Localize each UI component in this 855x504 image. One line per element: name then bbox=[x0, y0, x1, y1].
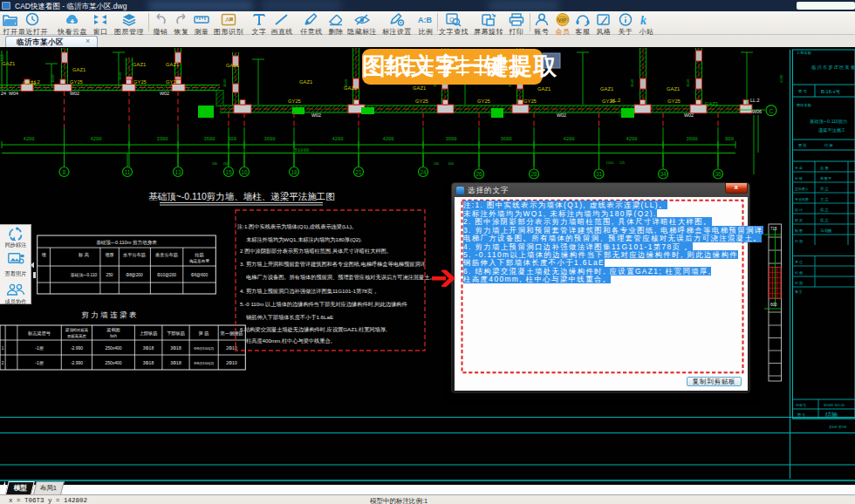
svg-text:3Φ18: 3Φ18 bbox=[170, 360, 181, 365]
svg-text:图 号: 图 号 bbox=[797, 412, 805, 417]
svg-text:18: 18 bbox=[291, 169, 298, 175]
svg-text:LL2: LL2 bbox=[31, 79, 40, 85]
svg-text:郑 总: 郑 总 bbox=[820, 187, 830, 191]
svg-text:S2009-161-05: S2009-161-05 bbox=[824, 404, 845, 407]
svg-text:15: 15 bbox=[225, 169, 232, 175]
svg-text:340: 340 bbox=[212, 161, 218, 166]
svg-text:1640: 1640 bbox=[630, 78, 634, 87]
svg-text:Φ8@100(2): Φ8@100(2) bbox=[194, 346, 215, 351]
svg-text:W06: W06 bbox=[752, 109, 762, 114]
svg-text:6.结构梁交混凝土墙处无边缘构件时,应设置GAZ1;柱宽同墙: 6.结构梁交混凝土墙处无边缘构件时,应设置GAZ1;柱宽同墙厚, bbox=[240, 326, 387, 333]
svg-text:王 总: 王 总 bbox=[820, 197, 830, 201]
svg-text:墙: 墙 bbox=[41, 252, 46, 258]
svg-text:制 图: 制 图 bbox=[795, 228, 803, 234]
svg-text:3300: 3300 bbox=[156, 136, 168, 142]
svg-text:比 例: 比 例 bbox=[795, 270, 803, 276]
svg-text:W02: W02 bbox=[70, 91, 79, 96]
svg-text:1640: 1640 bbox=[686, 78, 690, 87]
svg-text:125: 125 bbox=[619, 160, 626, 165]
svg-text:临沂市罗庄区某泰小区: 临沂市罗庄区某泰小区 bbox=[811, 65, 855, 71]
svg-text:马润楠: 马润楠 bbox=[820, 228, 832, 233]
svg-text:2Φ10: 2Φ10 bbox=[226, 360, 237, 365]
svg-text:GAZ1: GAZ1 bbox=[133, 62, 146, 67]
svg-text:13: 13 bbox=[174, 169, 181, 175]
svg-text:250x400: 250x400 bbox=[105, 360, 121, 365]
svg-text:k: k bbox=[640, 14, 646, 27]
svg-text:审 定: 审 定 bbox=[795, 166, 803, 170]
svg-text:W02: W02 bbox=[557, 112, 566, 118]
svg-text:Φ6@600: Φ6@600 bbox=[191, 273, 209, 277]
svg-text:GAZ1: GAZ1 bbox=[72, 67, 86, 72]
svg-text:箍 筋: 箍 筋 bbox=[199, 330, 209, 336]
svg-text:剪 力 墙 连 梁 表: 剪 力 墙 连 梁 表 bbox=[82, 310, 137, 319]
svg-text:墙厚: 墙厚 bbox=[105, 252, 113, 258]
svg-text:GY25: GY25 bbox=[477, 99, 490, 104]
svg-text:GY25: GY25 bbox=[166, 79, 179, 85]
svg-text:钢筋伸入下部墙体长度不小于1.6LaE: 钢筋伸入下部墙体长度不小于1.6LaE bbox=[245, 314, 333, 321]
svg-text:水平分布筋: 水平分布筋 bbox=[123, 252, 146, 257]
svg-text:4200: 4200 bbox=[23, 136, 34, 142]
svg-text:GY25: GY25 bbox=[70, 79, 83, 85]
svg-text:未标注外墙均为WQ1,未标注内墙均为180厚(Q2).: 未标注外墙均为WQ1,未标注内墙均为180厚(Q2). bbox=[246, 236, 362, 243]
svg-text:4200: 4200 bbox=[626, 136, 637, 142]
svg-text:26: 26 bbox=[475, 171, 482, 177]
svg-text:240: 240 bbox=[434, 161, 440, 166]
svg-text:250: 250 bbox=[106, 273, 113, 277]
svg-text:标 高: 标 高 bbox=[78, 252, 89, 258]
svg-text:bxh: bxh bbox=[110, 334, 117, 338]
svg-text:日 期: 日 期 bbox=[795, 239, 803, 243]
svg-text:3600: 3600 bbox=[203, 136, 215, 142]
svg-text:拉筋: 拉筋 bbox=[195, 252, 203, 257]
svg-text:合 显: 合 显 bbox=[819, 166, 830, 170]
svg-text:600: 600 bbox=[448, 161, 455, 166]
svg-text:柱高度400mm,柱中心与梁中线重合。: 柱高度400mm,柱中心与梁中线重合。 bbox=[246, 337, 336, 344]
svg-text:A:B: A:B bbox=[418, 16, 432, 24]
svg-text:Φ10@200: Φ10@200 bbox=[157, 273, 176, 277]
svg-text:下部纵筋: 下部纵筋 bbox=[167, 330, 185, 337]
svg-text:-2.990: -2.990 bbox=[71, 360, 83, 365]
svg-text:1200: 1200 bbox=[606, 160, 615, 165]
svg-text:Φ8@100(2): Φ8@100(2) bbox=[194, 361, 215, 365]
svg-text:LL.2: LL.2 bbox=[750, 98, 760, 103]
svg-text:W02: W02 bbox=[684, 112, 694, 118]
svg-text:24: 24 bbox=[420, 169, 427, 175]
svg-text:上部纵筋: 上部纵筋 bbox=[140, 330, 158, 337]
svg-text:-1层: -1层 bbox=[35, 345, 43, 351]
svg-text:16: 16 bbox=[241, 169, 248, 175]
svg-text:5.-0 110m 以上墙体的边缘构件当下部无对应边缘构件时: 5.-0 110m 以上墙体的边缘构件当下部无对应边缘构件时,则此边缘构件 bbox=[240, 301, 408, 308]
svg-text:专业负责: 专业负责 bbox=[795, 197, 809, 201]
svg-text:600: 600 bbox=[770, 303, 777, 307]
svg-text:GAZ1: GAZ1 bbox=[537, 86, 551, 92]
svg-text:4200: 4200 bbox=[382, 136, 393, 142]
svg-text:LL2: LL2 bbox=[0, 54, 4, 61]
svg-text:24: 24 bbox=[1, 91, 6, 96]
svg-text:GAZ1: GAZ1 bbox=[705, 101, 718, 106]
svg-text:设 计: 设 计 bbox=[795, 208, 803, 212]
svg-text:B-16-x号: B-16-x号 bbox=[821, 89, 840, 94]
svg-text:VIP: VIP bbox=[558, 17, 567, 23]
svg-text:GAZ1: GAZ1 bbox=[226, 63, 239, 68]
svg-text:基础顶~-0.110剪力墙、墙柱、递梁平法施工图: 基础顶~-0.110剪力墙、墙柱、递梁平法施工图 bbox=[148, 191, 335, 201]
svg-text:4. 剪力墙上预留洞口边补强做法详图集11G101-1第78: 4. 剪力墙上预留洞口边补强做法详图集11G101-1第78页 。 bbox=[240, 288, 380, 295]
svg-text:34: 34 bbox=[660, 171, 667, 177]
svg-text:21: 21 bbox=[355, 169, 362, 175]
svg-text:-2.990: -2.990 bbox=[71, 345, 83, 351]
svg-text:GY25: GY25 bbox=[523, 99, 537, 104]
svg-text:1640: 1640 bbox=[344, 78, 348, 87]
svg-text:W02: W02 bbox=[160, 91, 169, 96]
svg-text:3600: 3600 bbox=[686, 136, 697, 142]
svg-text:电梯厂方设备图。所有墙体的预留洞、预埋套管应核对无误后方可浇: 电梯厂方设备图。所有墙体的预留洞、预埋套管应核对无误后方可浇注混凝土。 bbox=[246, 274, 435, 281]
svg-text:GY25: GY25 bbox=[415, 99, 428, 104]
svg-text:11: 11 bbox=[125, 169, 131, 175]
svg-text:审定号: 审定号 bbox=[796, 403, 806, 407]
svg-text:共6张 第2张: 共6张 第2张 bbox=[829, 425, 847, 429]
svg-text:基础顶~-0.110m 剪力墙身表: 基础顶~-0.110m 剪力墙身表 bbox=[96, 240, 157, 246]
svg-text:侯 总: 侯 总 bbox=[820, 208, 830, 212]
svg-text:GAZ1: GAZ1 bbox=[413, 85, 426, 91]
svg-text:300: 300 bbox=[228, 136, 236, 142]
svg-text:260: 260 bbox=[223, 161, 229, 166]
svg-text:-1层: -1层 bbox=[35, 360, 43, 365]
svg-text:3Φ18: 3Φ18 bbox=[143, 360, 154, 365]
svg-text:侯 总: 侯 总 bbox=[820, 218, 830, 222]
svg-text:3. 剪力墙上开洞和预留套管详建筑图和各专业图纸,电梯呼梯盒: 3. 剪力墙上开洞和预留套管详建筑图和各专业图纸,电梯呼梯盒等电梯预留洞详 bbox=[240, 261, 426, 268]
